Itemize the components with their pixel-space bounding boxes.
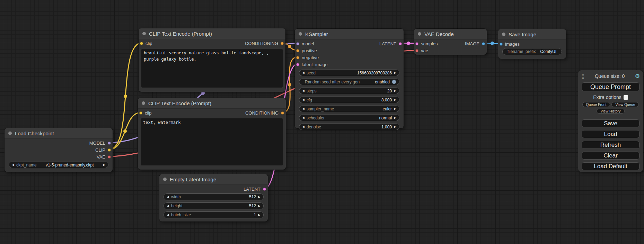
decrement-icon[interactable]: ◀ — [167, 205, 169, 208]
node-collapse-dot[interactable] — [299, 32, 302, 36]
negative-prompt-textarea[interactable]: text, watermark — [141, 118, 283, 165]
queue-front-button[interactable]: Queue Front — [582, 102, 610, 107]
clear-button[interactable]: Clear — [582, 152, 639, 160]
filename-prefix-widget[interactable]: filename_prefix ComfyUI — [502, 48, 562, 55]
latent-output-dot[interactable] — [399, 42, 402, 45]
node-collapse-dot[interactable] — [142, 101, 145, 105]
increment-icon[interactable]: ▶ — [258, 196, 261, 199]
next-value-icon[interactable]: ▶ — [394, 107, 396, 110]
latent-output-dot[interactable] — [263, 188, 266, 191]
decrement-icon[interactable]: ◀ — [302, 71, 305, 74]
clip-negative-title-bar[interactable]: CLIP Text Encode (Prompt) — [138, 98, 286, 109]
increment-icon[interactable]: ▶ — [258, 205, 261, 208]
save-image-title-bar[interactable]: Save Image — [498, 29, 566, 40]
model-output-dot[interactable] — [108, 142, 111, 145]
node-graph-canvas[interactable]: Load Checkpoint MODEL CLIP VAE ◀ ckpt_na… — [0, 0, 644, 244]
steps-widget[interactable]: ◀ steps 20 ▶ — [299, 88, 399, 94]
images-input-slot[interactable]: images — [498, 42, 520, 47]
latent-output-slot[interactable]: LATENT — [379, 41, 404, 46]
image-output-dot[interactable] — [482, 42, 485, 45]
image-output-slot[interactable]: IMAGE — [465, 41, 487, 46]
clip-input-slot[interactable]: clip — [139, 41, 152, 46]
seed-widget[interactable]: ◀ seed 156680208700286 ▶ — [299, 70, 399, 76]
node-collapse-dot[interactable] — [142, 32, 146, 35]
queue-prompt-button[interactable]: Queue Prompt — [582, 82, 639, 91]
decrement-icon[interactable]: ◀ — [302, 98, 305, 101]
positive-input-dot[interactable] — [296, 49, 299, 52]
settings-gear-icon[interactable]: ⚙ — [635, 73, 640, 79]
node-collapse-dot[interactable] — [418, 32, 421, 36]
negative-input-dot[interactable] — [296, 56, 299, 59]
latent-output-slot[interactable]: LATENT — [244, 187, 268, 192]
view-queue-button[interactable]: View Queue — [611, 102, 639, 107]
increment-icon[interactable]: ▶ — [394, 125, 396, 128]
next-value-icon[interactable]: ▶ — [103, 163, 105, 166]
vae-output-slot[interactable]: VAE — [97, 154, 113, 160]
denoise-widget[interactable]: ◀ denoise 1.000 ▶ — [299, 124, 399, 130]
batch-size-widget[interactable]: ◀ batch_size 1 ▶ — [164, 211, 264, 218]
prev-value-icon[interactable]: ◀ — [302, 116, 305, 119]
load-checkpoint-node[interactable]: Load Checkpoint MODEL CLIP VAE ◀ ckpt_na… — [5, 128, 113, 172]
load-checkpoint-title-bar[interactable]: Load Checkpoint — [5, 128, 113, 139]
width-widget[interactable]: ◀ width 512 ▶ — [164, 193, 264, 200]
clip-input-dot[interactable] — [139, 111, 142, 115]
vae-decode-title-bar[interactable]: VAE Decode — [414, 29, 487, 39]
model-input-slot[interactable]: model — [295, 41, 314, 46]
random-seed-widget[interactable]: Random seed after every gen enabled — [299, 79, 399, 85]
node-collapse-dot[interactable] — [8, 132, 12, 135]
clip-output-dot[interactable] — [108, 148, 111, 152]
scheduler-widget[interactable]: ◀ scheduler normal ▶ — [299, 115, 399, 121]
ksampler-title-bar[interactable]: KSampler — [295, 29, 404, 39]
drag-handle-icon[interactable]: ⣿ — [581, 74, 585, 79]
decrement-icon[interactable]: ◀ — [167, 196, 169, 199]
decrement-icon[interactable]: ◀ — [302, 125, 305, 128]
node-collapse-dot[interactable] — [502, 33, 505, 36]
vae-input-dot[interactable] — [415, 49, 418, 52]
save-button[interactable]: Save — [582, 119, 639, 127]
clip-positive-title-bar[interactable]: CLIP Text Encode (Prompt) — [139, 28, 285, 39]
conditioning-output-slot[interactable]: CONDITIONING — [245, 110, 286, 116]
next-value-icon[interactable]: ▶ — [394, 116, 396, 119]
refresh-button[interactable]: Refresh — [582, 141, 639, 149]
latent-image-input-dot[interactable] — [296, 63, 299, 66]
random-seed-toggle[interactable] — [392, 80, 396, 84]
view-history-button[interactable]: View History — [597, 109, 624, 114]
clip-input-slot[interactable]: clip — [138, 110, 152, 116]
sampler-name-widget[interactable]: ◀ sampler_name euler ▶ — [299, 106, 399, 112]
height-widget[interactable]: ◀ height 512 ▶ — [164, 202, 264, 209]
increment-icon[interactable]: ▶ — [394, 89, 396, 92]
increment-icon[interactable]: ▶ — [394, 71, 396, 74]
save-image-node[interactable]: Save Image images filename_prefix ComfyU… — [498, 29, 566, 59]
clip-output-slot[interactable]: CLIP — [95, 147, 113, 153]
decrement-icon[interactable]: ◀ — [302, 89, 305, 92]
ksampler-node[interactable]: KSampler model LATENT positive negative … — [295, 29, 404, 128]
empty-latent-title-bar[interactable]: Empty Latent Image — [159, 174, 268, 185]
conditioning-output-slot[interactable]: CONDITIONING — [245, 41, 285, 46]
node-collapse-dot[interactable] — [163, 178, 167, 181]
decrement-icon[interactable]: ◀ — [167, 214, 169, 217]
prev-value-icon[interactable]: ◀ — [12, 163, 14, 166]
conditioning-output-dot[interactable] — [281, 42, 284, 45]
positive-input-slot[interactable]: positive — [295, 48, 317, 53]
empty-latent-image-node[interactable]: Empty Latent Image LATENT ◀ width 512 ▶ … — [159, 174, 268, 222]
increment-icon[interactable]: ▶ — [394, 98, 396, 101]
model-input-dot[interactable] — [296, 42, 299, 45]
vae-output-dot[interactable] — [108, 155, 111, 159]
increment-icon[interactable]: ▶ — [258, 214, 261, 217]
samples-input-slot[interactable]: samples — [414, 41, 438, 46]
clip-input-dot[interactable] — [140, 42, 143, 45]
images-input-dot[interactable] — [500, 43, 503, 46]
prev-value-icon[interactable]: ◀ — [302, 107, 305, 110]
positive-prompt-textarea[interactable]: beautiful scenery nature glass bottle la… — [141, 49, 283, 88]
negative-input-slot[interactable]: negative — [295, 55, 319, 60]
load-button[interactable]: Load — [582, 130, 639, 138]
model-output-slot[interactable]: MODEL — [89, 141, 113, 146]
load-default-button[interactable]: Load Default — [582, 162, 639, 170]
samples-input-dot[interactable] — [415, 42, 418, 45]
cfg-widget[interactable]: ◀ cfg 8.000 ▶ — [299, 97, 399, 103]
vae-input-slot[interactable]: vae — [414, 48, 428, 53]
latent-image-input-slot[interactable]: latent_image — [295, 62, 327, 67]
conditioning-output-dot[interactable] — [281, 111, 284, 115]
clip-text-encode-positive-node[interactable]: CLIP Text Encode (Prompt) clip CONDITION… — [139, 28, 285, 92]
vae-decode-node[interactable]: VAE Decode samples IMAGE vae — [414, 29, 487, 55]
